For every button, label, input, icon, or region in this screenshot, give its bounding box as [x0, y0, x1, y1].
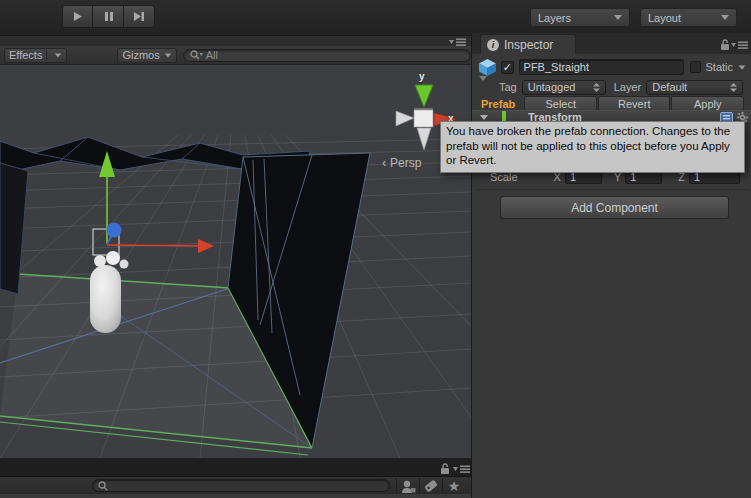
gizmos-label: Gizmos — [122, 49, 159, 61]
gameobject-name-field[interactable]: PFB_Straight — [519, 59, 684, 75]
pause-button[interactable] — [93, 5, 124, 28]
scene-view-panel: Effects Gizmos All — [0, 36, 471, 458]
tab-inspector[interactable]: i Inspector — [480, 34, 576, 54]
chevron-down-icon — [165, 53, 171, 57]
project-search-toolbar: ★ — [0, 476, 471, 494]
play-icon — [72, 11, 83, 22]
double-arrow-icon — [730, 83, 737, 92]
foldout-chevron-icon[interactable] — [480, 115, 488, 120]
lock-icon[interactable] — [440, 463, 450, 475]
lock-icon[interactable] — [720, 39, 730, 51]
scene-search-input[interactable]: All — [183, 49, 471, 62]
tag-dropdown[interactable]: Untagged — [522, 80, 606, 95]
play-button[interactable] — [62, 5, 93, 28]
prefab-select-button[interactable]: Select — [524, 96, 597, 111]
prefab-apply-button[interactable]: Apply — [671, 96, 744, 111]
tag-layer-row: Tag Untagged Layer Default — [472, 79, 751, 95]
scene-tab-strip — [0, 36, 471, 46]
unity-editor-window: Layers Layout Effects Gizmos — [0, 0, 751, 498]
scene-search-filter-label: All — [206, 49, 218, 61]
inspector-tab-bar: i Inspector — [472, 33, 751, 54]
inspector-tab-label: Inspector — [504, 38, 553, 52]
scene-panel-menu-icon[interactable] — [449, 38, 467, 46]
prefab-row: Prefab Select Revert Apply — [472, 96, 751, 111]
static-checkbox[interactable] — [690, 61, 702, 73]
transport-controls — [62, 5, 155, 28]
inspector-panel: i Inspector ✓ PFB_Straight Static — [471, 33, 751, 498]
layout-dropdown-label: Layout — [648, 12, 681, 24]
add-component-button[interactable]: Add Component — [500, 196, 729, 219]
layout-dropdown[interactable]: Layout — [640, 8, 737, 27]
layer-label: Layer — [614, 81, 642, 93]
step-button[interactable] — [124, 5, 155, 28]
pause-icon — [103, 11, 114, 22]
main-toolbar: Layers Layout — [0, 0, 751, 36]
layers-dropdown-label: Layers — [538, 12, 571, 24]
bottom-panel: ★ — [0, 458, 471, 498]
search-icon — [98, 481, 108, 491]
chevron-down-icon — [721, 15, 729, 20]
double-arrow-icon — [593, 83, 600, 92]
bottom-content-strip — [0, 494, 471, 498]
divider — [46, 50, 47, 61]
search-by-type-button[interactable] — [396, 478, 419, 495]
layer-dropdown[interactable]: Default — [646, 80, 743, 95]
gizmo-y-axis-label[interactable]: y — [419, 71, 425, 82]
static-flags-dropdown-icon[interactable] — [739, 65, 746, 69]
chevron-down-icon — [55, 53, 61, 57]
info-icon: i — [487, 39, 499, 51]
search-by-label-button[interactable] — [419, 478, 442, 495]
scene-view-toolbar: Effects Gizmos All — [0, 46, 471, 65]
active-checkbox[interactable]: ✓ — [501, 61, 514, 74]
divider — [476, 189, 748, 190]
effects-dropdown[interactable]: Effects — [4, 48, 67, 63]
gameobject-cube-icon — [478, 58, 497, 77]
bottom-panel-menu-icon[interactable] — [453, 465, 471, 473]
scene-3d-render — [0, 65, 471, 458]
search-icon — [190, 50, 203, 60]
static-label: Static — [705, 61, 733, 73]
prefab-broken-tooltip: You have broken the prefab connection. C… — [440, 121, 745, 173]
prefab-label: Prefab — [481, 98, 515, 110]
perspective-mode-label[interactable]: ‹ Persp — [382, 155, 421, 170]
inspector-panel-menu-icon[interactable] — [731, 41, 749, 49]
gizmos-dropdown[interactable]: Gizmos — [117, 48, 176, 63]
favorites-star-button[interactable]: ★ — [442, 478, 465, 495]
gameobject-header-row: ✓ PFB_Straight Static — [478, 58, 746, 76]
prefab-revert-button[interactable]: Revert — [598, 96, 670, 111]
project-search-input[interactable] — [92, 479, 390, 492]
chevron-down-icon — [614, 15, 622, 20]
scene-viewport[interactable]: y x ‹ Persp — [0, 65, 471, 458]
layers-dropdown[interactable]: Layers — [530, 8, 630, 27]
tag-label: Tag — [499, 81, 517, 93]
effects-label: Effects — [9, 49, 42, 61]
perspective-arrow-icon: ‹ — [382, 155, 390, 170]
step-icon — [133, 11, 145, 22]
